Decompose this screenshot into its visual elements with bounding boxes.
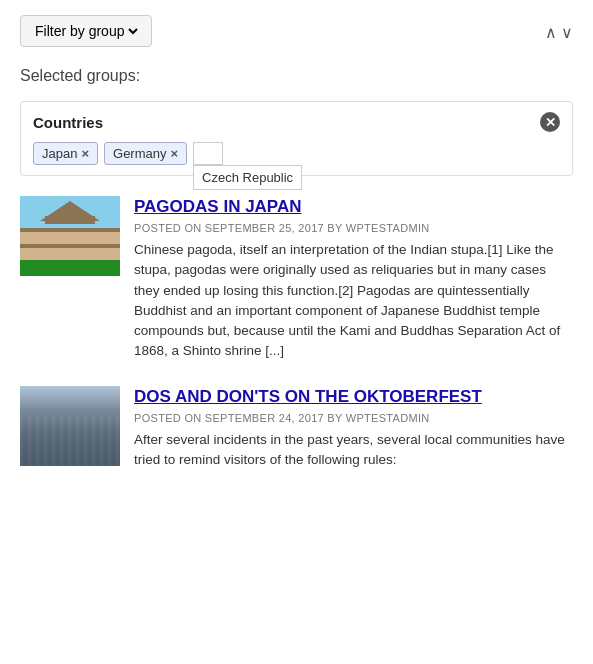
filter-by-group-dropdown[interactable]: Filter by group Countries Categories Tag… [20,15,152,47]
tag-germany-label: Germany [113,146,166,161]
article-pagodas-meta: POSTED ON SEPTEMBER 25, 2017 BY WPTESTAD… [134,222,573,234]
tag-input-wrapper: Czech Republic [193,142,223,165]
article-oktoberfest-title[interactable]: DOS AND DON'TS ON THE OKTOBERFEST [134,386,573,408]
chevron-down-icon[interactable]: ∨ [561,23,573,42]
article-pagodas-title[interactable]: PAGODAS IN JAPAN [134,196,573,218]
tag-japan-remove[interactable]: × [81,146,89,161]
top-bar: Filter by group Countries Categories Tag… [20,15,573,47]
countries-group-box: Countries ✕ Japan × Germany × Czech Repu… [20,101,573,176]
article-pagodas-in-japan: PAGODAS IN JAPAN POSTED ON SEPTEMBER 25,… [20,196,573,362]
filter-select-input[interactable]: Filter by group Countries Categories Tag… [31,22,141,40]
tag-japan-label: Japan [42,146,77,161]
article-pagodas-content: PAGODAS IN JAPAN POSTED ON SEPTEMBER 25,… [134,196,573,362]
chevron-controls: ∧ ∨ [545,15,573,42]
article-oktoberfest-body: After several incidents in the past year… [134,430,573,471]
article-oktoberfest-thumbnail [20,386,120,466]
tag-germany: Germany × [104,142,187,165]
selected-groups-label: Selected groups: [20,67,573,85]
remove-group-button[interactable]: ✕ [540,112,560,132]
tag-japan: Japan × [33,142,98,165]
tags-container: Japan × Germany × Czech Republic [33,142,560,165]
article-oktoberfest-content: DOS AND DON'TS ON THE OKTOBERFEST POSTED… [134,386,573,471]
chevron-up-icon[interactable]: ∧ [545,23,557,42]
article-oktoberfest-meta: POSTED ON SEPTEMBER 24, 2017 BY WPTESTAD… [134,412,573,424]
tag-suggestion-czech-republic[interactable]: Czech Republic [193,165,302,190]
article-pagodas-thumbnail [20,196,120,276]
tag-germany-remove[interactable]: × [170,146,178,161]
group-box-header: Countries ✕ [33,112,560,132]
article-pagodas-body: Chinese pagoda, itself an interpretation… [134,240,573,362]
article-oktoberfest: DOS AND DON'TS ON THE OKTOBERFEST POSTED… [20,386,573,471]
group-box-title: Countries [33,114,103,131]
tag-search-input[interactable] [193,142,223,165]
